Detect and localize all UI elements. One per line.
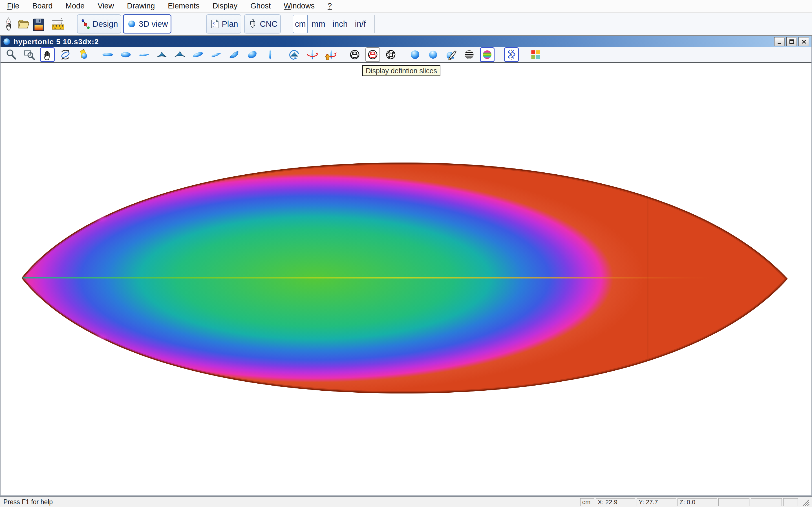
unit-button-cm[interactable]: cm	[293, 15, 308, 33]
status-x: X: 22.9	[596, 498, 635, 506]
menu-item-view[interactable]: View	[91, 2, 120, 10]
mode-button-cnc[interactable]: CNC	[244, 14, 281, 34]
mode-button-design[interactable]: Design	[77, 14, 121, 34]
menu-item-windows[interactable]: Windows	[277, 2, 321, 10]
mode-button-plan[interactable]: Plan	[206, 14, 241, 34]
tool-pan[interactable]	[40, 47, 55, 62]
hand-board-icon	[1, 17, 15, 31]
hand-icon	[41, 48, 54, 61]
tool-view-top-3d[interactable]	[118, 47, 133, 62]
v-lens-icon	[264, 48, 276, 61]
status-extra-1	[718, 498, 749, 506]
sphere-icon	[126, 19, 137, 29]
tool-view-tail[interactable]	[154, 47, 169, 62]
resize-grip[interactable]	[801, 498, 810, 506]
zoom-window-icon	[23, 48, 36, 61]
status-extra-3	[783, 498, 798, 506]
svg-text:1: 1	[54, 26, 56, 29]
sphere-rainbow-icon	[481, 48, 493, 61]
magnifier-icon	[5, 48, 17, 61]
triangle-a-icon	[156, 48, 168, 61]
tool-render-painted[interactable]	[444, 47, 458, 62]
document-titlebar[interactable]: hypertonic 5 10.s3dx:2	[1, 36, 811, 47]
status-bar: Press F1 for help cmX: 22.9Y: 27.7Z: 0.0	[0, 497, 812, 507]
unit-button-inch[interactable]: inch	[329, 19, 351, 29]
tilt-crescent-icon	[210, 48, 222, 61]
tool-display-slices[interactable]	[347, 47, 362, 62]
unit-button-in-f[interactable]: in/f	[351, 19, 370, 29]
menu-item-drawing[interactable]: Drawing	[120, 2, 161, 10]
tilt-blob-icon	[246, 48, 258, 61]
s-mirror-icon	[505, 48, 518, 61]
sphere-plain-icon	[409, 48, 421, 61]
main-toolbar: 10Design3D viewPlanCNCcmmminchin/f	[0, 13, 812, 36]
floppy-icon	[31, 17, 45, 31]
triangle-b-icon	[174, 48, 186, 61]
wire-sphere-icon	[349, 48, 361, 61]
window-close-button[interactable]	[799, 37, 809, 46]
tool-render-shaded[interactable]	[426, 47, 441, 62]
view-toolbar	[1, 47, 811, 63]
close-icon	[801, 39, 807, 44]
tool-color-settings[interactable]	[528, 47, 543, 62]
menu-item-[interactable]: ?	[321, 2, 338, 10]
mode-label: Design	[93, 19, 118, 29]
tilt-wedge-icon	[228, 48, 240, 61]
tri-rotate-icon	[288, 48, 301, 61]
mode-label: 3D view	[139, 19, 168, 29]
tool-render-curvature[interactable]	[480, 47, 495, 62]
tail-tip-dot	[22, 271, 25, 274]
tool-view-rail-quarter[interactable]	[227, 47, 241, 62]
curvature-streak	[133, 176, 184, 188]
tool-render-zebra[interactable]	[462, 47, 476, 62]
tail-tip-dot	[22, 282, 25, 285]
lamp-icon	[77, 48, 90, 61]
folder-icon	[16, 17, 30, 31]
menu-item-file[interactable]: File	[1, 2, 26, 10]
tool-rotate-horizontal[interactable]	[305, 47, 320, 62]
sphere-zebra-icon	[463, 48, 475, 61]
document-icon	[3, 38, 11, 46]
tool-rotate-vertical[interactable]	[323, 47, 338, 62]
window-maximize-button[interactable]	[786, 37, 797, 46]
tool-zoom[interactable]	[4, 47, 18, 62]
tool-view-rail-top[interactable]	[245, 47, 259, 62]
status-help-text: Press F1 for help	[2, 498, 53, 506]
tooltip: Display defintion slices	[362, 65, 441, 76]
wire-sphere-red-icon	[366, 48, 379, 61]
tool-view-outline[interactable]	[263, 47, 277, 62]
menu-item-elements[interactable]: Elements	[161, 2, 206, 10]
stringer-line	[22, 277, 711, 279]
unit-button-mm[interactable]: mm	[308, 19, 329, 29]
3d-canvas[interactable]: Display defintion slices	[1, 63, 811, 495]
select-tool-button[interactable]	[1, 17, 16, 31]
tool-rotate-view[interactable]	[58, 47, 73, 62]
menu-item-ghost[interactable]: Ghost	[244, 2, 277, 10]
open-file-button[interactable]	[16, 17, 31, 31]
tool-zoom-window[interactable]	[22, 47, 37, 62]
mode-button-3d-view[interactable]: 3D view	[123, 14, 171, 34]
tool-light-source[interactable]	[76, 47, 91, 62]
menu-item-display[interactable]: Display	[206, 2, 244, 10]
tool-rotate-cycle[interactable]	[287, 47, 302, 62]
tool-view-bottom-quarter[interactable]	[209, 47, 223, 62]
window-minimize-button[interactable]	[774, 37, 785, 46]
tool-view-top[interactable]	[100, 47, 115, 62]
ellipse-wide-icon	[119, 48, 132, 61]
save-file-button[interactable]	[31, 17, 45, 31]
tool-view-top-quarter[interactable]	[191, 47, 205, 62]
mesh-sphere-icon	[385, 48, 397, 61]
toolbar-separator	[374, 15, 375, 33]
menu-item-board[interactable]: Board	[26, 2, 59, 10]
menu-item-mode[interactable]: Mode	[59, 2, 91, 10]
tool-display-mesh[interactable]	[384, 47, 398, 62]
tool-render-solid[interactable]	[408, 47, 422, 62]
measurements-button[interactable]: 10	[51, 17, 65, 31]
mode-label: CNC	[260, 19, 277, 29]
tool-display-definition-slices[interactable]	[365, 47, 380, 62]
tool-symmetry-check[interactable]	[504, 47, 519, 62]
crescent-icon	[138, 48, 150, 61]
tool-view-nose[interactable]	[172, 47, 187, 62]
tool-view-bottom[interactable]	[137, 47, 151, 62]
board-3d-view[interactable]	[1, 63, 811, 495]
